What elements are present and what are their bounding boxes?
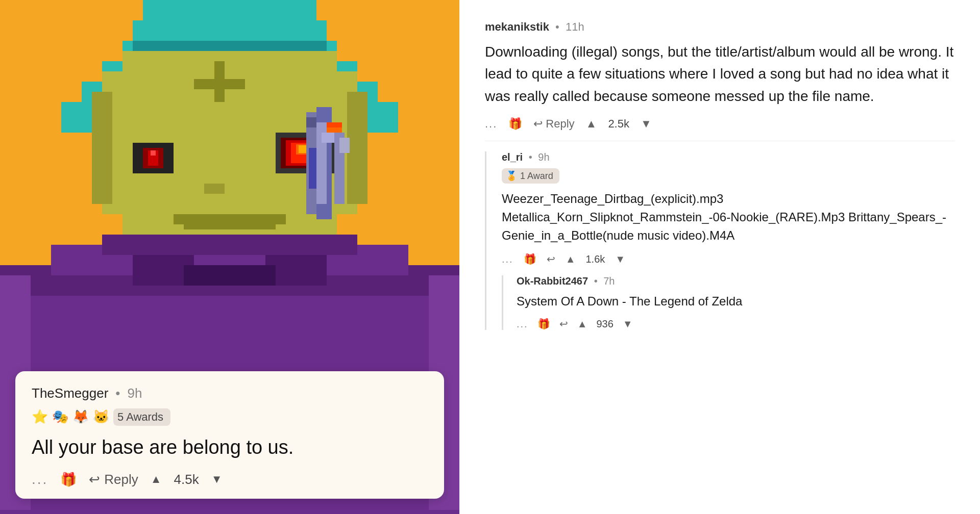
svg-rect-14 bbox=[92, 92, 112, 204]
reply-1-reply-button[interactable]: ↩ bbox=[547, 253, 555, 265]
top-reply-label: Reply bbox=[546, 117, 574, 131]
nested-header: Ok-Rabbit2467 • 7h bbox=[517, 275, 954, 287]
top-comment-time: 11h bbox=[566, 20, 584, 33]
svg-rect-10 bbox=[368, 102, 398, 133]
top-upvote-icon: ▲ bbox=[586, 117, 597, 131]
nested-time: 7h bbox=[603, 275, 615, 287]
top-comment: mekanikstik • 11h Downloading (illegal) … bbox=[485, 20, 954, 141]
reply-1-gift-button[interactable]: 🎁 bbox=[524, 253, 536, 265]
award-count-badge: 5 Awards bbox=[113, 408, 170, 426]
reply-1-downvote-button[interactable]: ▼ bbox=[615, 253, 625, 265]
reply-1-upvote-icon: ▲ bbox=[566, 253, 576, 265]
reply-1-body: Weezer_Teenage_Dirtbag_(explicit).mp3 Me… bbox=[502, 190, 954, 245]
nested-username: Ok-Rabbit2467 bbox=[517, 275, 588, 287]
reply-1-award-text: 1 Award bbox=[520, 171, 553, 182]
reply-1-header: el_ri • 9h bbox=[502, 151, 954, 163]
svg-rect-46 bbox=[102, 235, 357, 255]
reply-1-vote-count: 1.6k bbox=[585, 253, 605, 265]
award-icon-2: 🎭 bbox=[52, 409, 68, 425]
reply-1-award-icon: 🏅 bbox=[506, 170, 517, 182]
reply-1-more-button[interactable]: ... bbox=[502, 253, 513, 265]
nested-sep: • bbox=[594, 275, 598, 287]
downvote-icon: ▼ bbox=[211, 473, 223, 486]
nested-downvote-icon: ▼ bbox=[623, 318, 633, 330]
downvote-button[interactable]: ▼ bbox=[211, 473, 223, 486]
reply-1-actions: ... 🎁 ↩ ▲ 1.6k ▼ bbox=[502, 253, 954, 265]
top-downvote-button[interactable]: ▼ bbox=[641, 117, 652, 131]
nested-more-button[interactable]: ... bbox=[517, 318, 528, 330]
top-reply-icon: ↩ bbox=[533, 117, 543, 131]
top-comment-body: Downloading (illegal) songs, but the tit… bbox=[485, 41, 954, 107]
left-panel: TheSmegger • 9h ⭐ 🎭 🦊 🐱 5 Awards All you… bbox=[0, 0, 459, 514]
award-count-text: 5 Awards bbox=[117, 410, 163, 424]
comment-header: TheSmegger • 9h bbox=[32, 386, 428, 401]
top-more-options-button[interactable]: ... bbox=[485, 117, 497, 131]
nested-gift-button[interactable]: 🎁 bbox=[537, 318, 550, 330]
awards-row: ⭐ 🎭 🦊 🐱 5 Awards bbox=[32, 408, 428, 426]
vote-count: 4.5k bbox=[174, 472, 199, 487]
nested-gift-icon: 🎁 bbox=[537, 318, 550, 330]
reply-label: Reply bbox=[104, 472, 138, 487]
comment-actions: ... 🎁 ↩ Reply ▲ 4.5k ▼ bbox=[32, 471, 428, 487]
right-panel: mekanikstik • 11h Downloading (illegal) … bbox=[459, 0, 980, 514]
top-upvote-button[interactable]: ▲ bbox=[586, 117, 597, 131]
comment-text: All your base are belong to us. bbox=[32, 435, 428, 460]
nested-upvote-icon: ▲ bbox=[577, 318, 587, 330]
reply-1-sep: • bbox=[529, 151, 532, 163]
reply-arrow-icon: ↩ bbox=[89, 472, 100, 487]
top-downvote-icon: ▼ bbox=[641, 117, 652, 131]
svg-rect-21 bbox=[151, 150, 156, 156]
nested-downvote-button[interactable]: ▼ bbox=[623, 318, 633, 330]
reply-button[interactable]: ↩ Reply bbox=[89, 472, 138, 487]
svg-rect-39 bbox=[214, 184, 225, 194]
svg-rect-17 bbox=[194, 79, 245, 89]
svg-rect-38 bbox=[204, 184, 214, 194]
award-icon-4: 🐱 bbox=[93, 409, 109, 425]
nested-upvote-button[interactable]: ▲ bbox=[577, 318, 587, 330]
top-comment-username: mekanikstik bbox=[485, 20, 549, 33]
comment-username: TheSmegger bbox=[32, 386, 108, 401]
reply-1-upvote-button[interactable]: ▲ bbox=[566, 253, 576, 265]
svg-rect-1 bbox=[133, 20, 327, 41]
award-icon-1: ⭐ bbox=[32, 409, 48, 425]
svg-rect-15 bbox=[347, 92, 368, 204]
top-gift-icon: 🎁 bbox=[508, 117, 522, 131]
gift-icon: 🎁 bbox=[60, 472, 77, 487]
nested-reply-icon: ↩ bbox=[559, 318, 568, 330]
svg-rect-4 bbox=[133, 41, 327, 51]
gift-button[interactable]: 🎁 bbox=[60, 472, 77, 487]
svg-rect-49 bbox=[184, 265, 276, 286]
svg-rect-9 bbox=[61, 102, 92, 133]
reply-1-reply-icon: ↩ bbox=[547, 253, 555, 265]
comment-time: 9h bbox=[127, 386, 142, 401]
comment-card: TheSmegger • 9h ⭐ 🎭 🦊 🐱 5 Awards All you… bbox=[15, 371, 444, 499]
svg-rect-35 bbox=[309, 148, 316, 189]
reply-1-gift-icon: 🎁 bbox=[524, 253, 536, 265]
top-reply-button[interactable]: ↩ Reply bbox=[533, 117, 574, 131]
svg-rect-0 bbox=[143, 0, 316, 20]
comment-separator: • bbox=[115, 386, 120, 401]
nested-reply-thread: Ok-Rabbit2467 • 7h System Of A Down - Th… bbox=[502, 275, 954, 330]
award-icon-3: 🦊 bbox=[72, 409, 89, 425]
upvote-icon: ▲ bbox=[151, 473, 162, 486]
top-vote-count: 2.5k bbox=[608, 117, 629, 131]
reply-1-username: el_ri bbox=[502, 151, 523, 163]
reply-thread: el_ri • 9h 🏅 1 Award Weezer_Teenage_Dirt… bbox=[485, 151, 954, 330]
top-comment-header: mekanikstik • 11h bbox=[485, 20, 954, 34]
upvote-button[interactable]: ▲ bbox=[151, 473, 162, 486]
svg-rect-32 bbox=[306, 117, 316, 127]
svg-rect-37 bbox=[339, 138, 350, 153]
nested-body: System Of A Down - The Legend of Zelda bbox=[517, 292, 954, 311]
nested-actions: ... 🎁 ↩ ▲ 936 ▼ bbox=[517, 318, 954, 330]
nested-reply-button[interactable]: ↩ bbox=[559, 318, 568, 330]
more-options-button[interactable]: ... bbox=[32, 471, 48, 487]
reply-1-award-badge: 🏅 1 Award bbox=[502, 168, 559, 184]
top-comment-actions: ... 🎁 ↩ Reply ▲ 2.5k ▼ bbox=[485, 117, 954, 131]
svg-rect-27 bbox=[299, 145, 306, 153]
reply-1-time: 9h bbox=[538, 151, 549, 163]
top-comment-sep: • bbox=[555, 20, 559, 33]
top-gift-button[interactable]: 🎁 bbox=[508, 117, 522, 131]
reply-comment-1: el_ri • 9h 🏅 1 Award Weezer_Teenage_Dirt… bbox=[502, 151, 954, 330]
svg-rect-40 bbox=[174, 214, 286, 224]
nested-vote-count: 936 bbox=[596, 318, 613, 330]
